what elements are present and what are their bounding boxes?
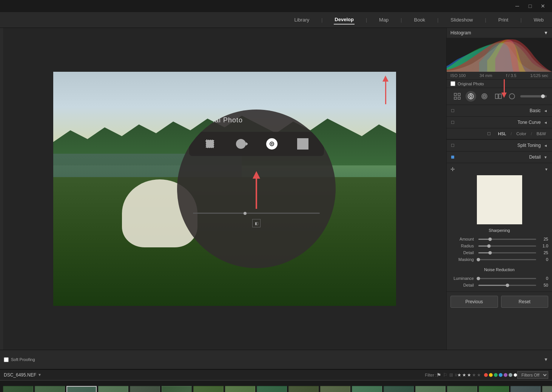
section-basic-header[interactable]: Basic ◄ — [447, 105, 552, 116]
slider-amount-track[interactable] — [478, 239, 536, 240]
iso-info: ISO 100 — [450, 73, 466, 78]
film-thumb-7[interactable] — [193, 386, 224, 392]
film-thumb-11[interactable] — [320, 386, 350, 392]
overlay-slider[interactable] — [193, 213, 320, 214]
slider-detail-track[interactable] — [478, 252, 536, 253]
color-blue[interactable] — [499, 373, 503, 377]
section-tone-curve-header[interactable]: Tone Curve ◄ — [447, 117, 552, 128]
section-tone-curve: Tone Curve ◄ — [447, 117, 552, 128]
slider-radius-track[interactable] — [478, 245, 536, 247]
menu-slideshow[interactable]: Slideshow — [450, 15, 473, 24]
section-tone-curve-toggle[interactable]: ◄ — [544, 120, 547, 125]
film-thumb-17[interactable] — [510, 386, 541, 392]
film-thumb-5[interactable] — [130, 386, 160, 392]
star-2[interactable]: ★ — [462, 372, 466, 378]
filter-list-icon[interactable]: ≡ — [455, 372, 457, 378]
film-thumb-6[interactable] — [162, 386, 192, 392]
crop-tool-icon[interactable] — [202, 136, 218, 152]
film-thumb-18[interactable] — [542, 386, 552, 392]
menu-map[interactable]: Map — [378, 15, 389, 24]
star-3[interactable]: ★ — [467, 372, 471, 378]
slider-amount: Amount 25 — [450, 236, 548, 242]
original-photo-check[interactable]: Original Photo — [447, 80, 552, 88]
circle-icon[interactable] — [479, 91, 490, 102]
star-4[interactable]: ★ — [472, 372, 476, 378]
hsl-tab-bw[interactable]: B&W — [535, 131, 547, 137]
close-button[interactable]: ✕ — [537, 1, 549, 11]
section-split-toning-toggle[interactable]: ◄ — [544, 144, 547, 148]
color-purple[interactable] — [504, 373, 507, 377]
svg-point-8 — [271, 143, 273, 145]
menu-web[interactable]: Web — [533, 15, 545, 24]
soft-proofing-check[interactable]: Soft Proofing — [4, 357, 35, 362]
hsl-tab-hsl[interactable]: HSL — [496, 131, 507, 137]
target-circle-icon[interactable] — [466, 91, 476, 102]
file-arrow-icon[interactable]: ▼ — [38, 373, 42, 377]
color-white[interactable] — [513, 373, 517, 377]
section-hsl-dot — [487, 132, 490, 135]
brightness-slider[interactable] — [520, 95, 547, 97]
menu-items: Library | Develop | Map | Book | Slidesh… — [293, 15, 544, 25]
star-1[interactable]: ★ — [457, 372, 461, 378]
slider-masking-track[interactable] — [478, 259, 536, 260]
graduated-filter-tool-icon[interactable] — [295, 136, 311, 152]
filmstrip — [0, 380, 552, 392]
film-thumb-13[interactable] — [384, 386, 414, 392]
reset-button[interactable]: Reset — [501, 296, 549, 308]
film-thumb-2[interactable] — [35, 386, 65, 392]
red-eye-tool-icon[interactable] — [264, 136, 280, 152]
film-thumb-4[interactable] — [98, 386, 128, 392]
svg-rect-15 — [458, 97, 460, 99]
film-thumb-1[interactable] — [3, 386, 33, 392]
menu-print[interactable]: Print — [498, 15, 509, 24]
histogram-expand-icon[interactable]: ▼ — [544, 30, 548, 35]
circle-toggle-icon[interactable] — [507, 91, 517, 102]
section-detail: Detail ▼ — [447, 151, 552, 163]
film-thumb-12[interactable] — [352, 386, 382, 392]
section-basic-toggle[interactable]: ◄ — [544, 109, 547, 113]
maximize-button[interactable]: □ — [524, 1, 536, 11]
menu-library[interactable]: Library — [293, 15, 310, 24]
section-detail-header[interactable]: Detail ▼ — [447, 151, 552, 163]
filter-dropdown[interactable]: Filters Off — [517, 371, 548, 379]
color-red[interactable] — [484, 373, 488, 377]
expand-arrow-icon[interactable]: ▼ — [544, 357, 548, 362]
menu-book[interactable]: Book — [413, 15, 426, 24]
hsl-tab-color[interactable]: Color — [515, 131, 528, 137]
filter-rejected-icon[interactable]: ⚐ — [443, 372, 448, 378]
slider-nr-detail-track[interactable] — [478, 285, 536, 286]
previous-button[interactable]: Previous — [450, 296, 498, 308]
hsl-tabs: HSL / Color / B&W — [447, 128, 552, 139]
slider-luminance-label: Luminance — [450, 276, 477, 281]
film-thumb-10[interactable] — [288, 386, 319, 392]
minimize-button[interactable]: ─ — [511, 1, 523, 11]
star-rating[interactable]: ★ ★ ★ ★ ★ — [457, 372, 481, 378]
section-split-toning-header[interactable]: Split Toning ◄ — [447, 140, 552, 151]
color-gray[interactable] — [509, 373, 512, 377]
compass-icon[interactable]: ✛ — [450, 166, 455, 172]
focal-info: 34 mm — [480, 73, 492, 78]
section-detail-toggle[interactable]: ▼ — [544, 155, 547, 159]
original-photo-checkbox[interactable] — [450, 81, 455, 86]
film-thumb-14[interactable] — [415, 386, 446, 392]
film-thumb-3[interactable] — [66, 386, 97, 392]
film-thumb-16[interactable] — [479, 386, 509, 392]
slider-luminance-track[interactable] — [478, 278, 536, 279]
spot-removal-tool-icon[interactable] — [233, 136, 249, 152]
menu-develop[interactable]: Develop — [334, 15, 355, 25]
film-thumb-8[interactable] — [225, 386, 255, 392]
soft-proofing-checkbox[interactable] — [4, 357, 9, 362]
detail-expand-icon[interactable]: ▼ — [544, 167, 548, 171]
color-yellow[interactable] — [489, 373, 493, 377]
small-tool-1[interactable]: ◧ — [252, 219, 261, 227]
film-thumb-15[interactable] — [447, 386, 477, 392]
color-green[interactable] — [494, 373, 498, 377]
filter-flag-icon[interactable]: ⚑ — [436, 372, 441, 378]
film-thumb-9[interactable] — [257, 386, 287, 392]
detail-section: ✛ ▼ Sharpening Amount 25 Radius — [447, 163, 552, 292]
star-5[interactable]: ★ — [477, 372, 481, 378]
grid-tool-icon[interactable] — [452, 91, 463, 102]
slider-masking-label: Masking — [450, 257, 477, 262]
sharpening-label: Sharpening — [450, 228, 548, 233]
filter-grid-icon[interactable]: ⊞ — [449, 372, 453, 378]
